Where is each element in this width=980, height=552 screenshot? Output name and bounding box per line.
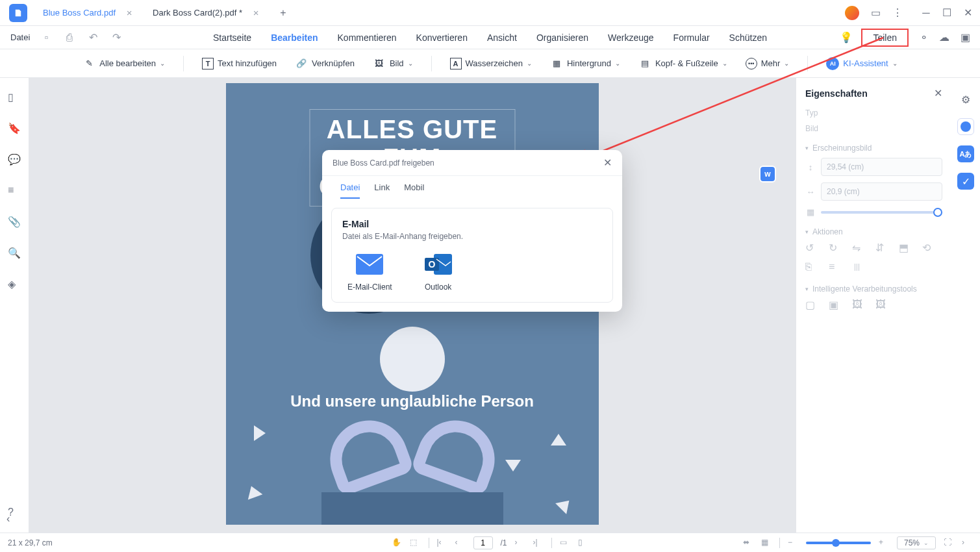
menu-formular[interactable]: Formular [673, 32, 710, 43]
smart-tool-2-icon[interactable]: ▣ [829, 299, 842, 312]
add-tab-button[interactable]: + [275, 5, 291, 21]
replace-icon[interactable]: ⟲ [922, 242, 935, 255]
close-icon[interactable]: × [125, 8, 134, 18]
tab-blue-boss[interactable]: Blue Boss Card.pdf × [34, 0, 144, 26]
settings-icon[interactable]: ⚙ [957, 91, 974, 108]
email-client-option[interactable]: E-Mail-Client [347, 254, 392, 292]
flip-h-icon[interactable]: ⇋ [852, 242, 865, 255]
section-actions[interactable]: Aktionen [805, 227, 942, 236]
menu-bearbeiten[interactable]: Bearbeiten [271, 32, 318, 43]
fit-width-icon[interactable]: ⬌ [743, 538, 753, 548]
translate-icon[interactable]: Aあ [957, 145, 974, 162]
close-window-icon[interactable]: ✕ [962, 7, 974, 19]
menubar: Datei ▫ ⎙ ↶ ↷ Startseite Bearbeiten Komm… [0, 26, 980, 49]
select-tool-icon[interactable]: ⬚ [410, 538, 420, 548]
search-icon[interactable]: 🔍 [8, 247, 21, 260]
flip-v-icon[interactable]: ⇵ [875, 242, 888, 255]
tool-link[interactable]: 🔗 Verknüpfen [295, 57, 355, 70]
cloud-upload-icon[interactable]: ☁ [938, 32, 950, 44]
distribute-icon[interactable]: ⫼ [852, 261, 865, 274]
section-appearance[interactable]: Erscheinungsbild [805, 144, 942, 153]
reading-mode-icon[interactable]: ▭ [560, 538, 570, 548]
smart-tool-1-icon[interactable]: ▢ [805, 299, 818, 312]
menu-werkzeuge[interactable]: Werkzeuge [608, 32, 654, 43]
chevron-down-icon: ⌄ [722, 60, 727, 67]
rotate-right-icon[interactable]: ↻ [829, 242, 842, 255]
tool-header-footer[interactable]: ▤ Kopf- & Fußzeile ⌄ [638, 57, 727, 70]
tool-image[interactable]: 🖼 Bild ⌄ [373, 57, 413, 70]
maximize-icon[interactable]: ☐ [941, 7, 953, 19]
menu-ansicht[interactable]: Ansicht [487, 32, 517, 43]
bookmarks-icon[interactable]: 🔖 [8, 122, 21, 135]
presentation-icon[interactable]: ▯ [578, 538, 588, 548]
zoom-in-icon[interactable]: + [879, 538, 889, 548]
save-icon[interactable]: ▫ [40, 32, 52, 44]
envelope-icon [356, 254, 383, 275]
opacity-slider[interactable] [821, 211, 942, 214]
smart-tool-4-icon[interactable]: 🖼 [875, 299, 888, 312]
minimize-icon[interactable]: ─ [920, 7, 932, 19]
file-menu[interactable]: Datei [0, 32, 40, 42]
comments-icon[interactable]: 💬 [8, 153, 21, 166]
height-input[interactable] [821, 158, 942, 176]
close-icon[interactable]: ✕ [934, 87, 942, 99]
word-export-badge[interactable]: w [759, 166, 776, 182]
redo-icon[interactable]: ↷ [110, 32, 122, 44]
align-icon[interactable]: ≡ [829, 261, 842, 274]
outlook-option[interactable]: O Outlook [425, 254, 452, 292]
tab-label: Blue Boss Card.pdf [43, 8, 116, 18]
menu-startseite[interactable]: Startseite [213, 32, 251, 43]
fields-icon[interactable]: ≡ [8, 184, 21, 197]
last-page-icon[interactable]: ›| [533, 538, 544, 548]
tab-dark-boss[interactable]: Dark Boss Card(2).pdf * × [144, 0, 270, 26]
section-smart-tools[interactable]: Intelligente Verarbeitungstools [805, 284, 942, 294]
zoom-out-icon[interactable]: − [788, 538, 798, 548]
lightbulb-icon[interactable]: 💡 [840, 32, 852, 44]
menu-kommentieren[interactable]: Kommentieren [338, 32, 397, 43]
width-input[interactable] [821, 182, 942, 201]
message-icon[interactable]: ▭ [870, 7, 881, 19]
option-label: Outlook [425, 282, 451, 292]
collapse-sidebar-icon[interactable]: ‹ [6, 513, 19, 526]
share-button[interactable]: Teilen [861, 29, 909, 47]
zoom-slider[interactable] [806, 542, 871, 544]
layers-icon[interactable]: ◈ [8, 278, 21, 291]
first-page-icon[interactable]: |‹ [436, 538, 447, 548]
menu-schuetzen[interactable]: Schützen [729, 32, 767, 43]
tool-more[interactable]: ••• Mehr ⌄ [746, 58, 790, 69]
share-network-icon[interactable]: ⚬ [918, 32, 929, 44]
tool-add-text[interactable]: T Text hinzufügen [202, 58, 277, 69]
kebab-menu-icon[interactable]: ⋮ [892, 7, 903, 19]
check-icon[interactable]: ✓ [957, 173, 974, 190]
tool-background[interactable]: ▦ Hintergrund ⌄ [550, 57, 620, 70]
print-icon[interactable]: ⎙ [64, 32, 75, 44]
avatar[interactable] [845, 6, 859, 20]
hand-tool-icon[interactable]: ✋ [392, 538, 402, 548]
upload-icon[interactable]: ▣ [959, 32, 971, 44]
tool-watermark[interactable]: A Wasserzeichen ⌄ [450, 58, 532, 69]
crop-icon[interactable]: ⬒ [899, 242, 912, 255]
fit-page-icon[interactable]: ▦ [761, 538, 772, 548]
tool-ai-assistant[interactable]: AI KI-Assistent ⌄ [826, 57, 897, 70]
attachments-icon[interactable]: 📎 [8, 216, 21, 229]
ai-chat-icon[interactable] [957, 118, 974, 135]
zoom-value[interactable]: 75%⌄ [897, 536, 936, 549]
thumbnails-icon[interactable]: ▯ [8, 91, 21, 104]
dialog-tab-link[interactable]: Link [374, 182, 390, 199]
close-icon[interactable]: ✕ [603, 157, 612, 169]
menu-organisieren[interactable]: Organisieren [536, 32, 588, 43]
dialog-tab-datei[interactable]: Datei [340, 182, 360, 199]
rotate-left-icon[interactable]: ↺ [805, 242, 818, 255]
next-page-icon[interactable]: › [515, 538, 525, 548]
expand-icon[interactable]: › [962, 538, 972, 548]
dialog-tab-mobil[interactable]: Mobil [404, 182, 424, 199]
undo-icon[interactable]: ↶ [87, 32, 99, 44]
extract-icon[interactable]: ⎘ [805, 261, 818, 274]
smart-tool-3-icon[interactable]: 🖼 [852, 299, 865, 312]
fullscreen-icon[interactable]: ⛶ [944, 538, 954, 548]
tool-edit-all[interactable]: ✎ Alle bearbeiten ⌄ [82, 57, 165, 70]
page-number-input[interactable] [473, 536, 492, 549]
prev-page-icon[interactable]: ‹ [455, 538, 465, 548]
menu-konvertieren[interactable]: Konvertieren [416, 32, 468, 43]
close-icon[interactable]: × [251, 8, 260, 18]
